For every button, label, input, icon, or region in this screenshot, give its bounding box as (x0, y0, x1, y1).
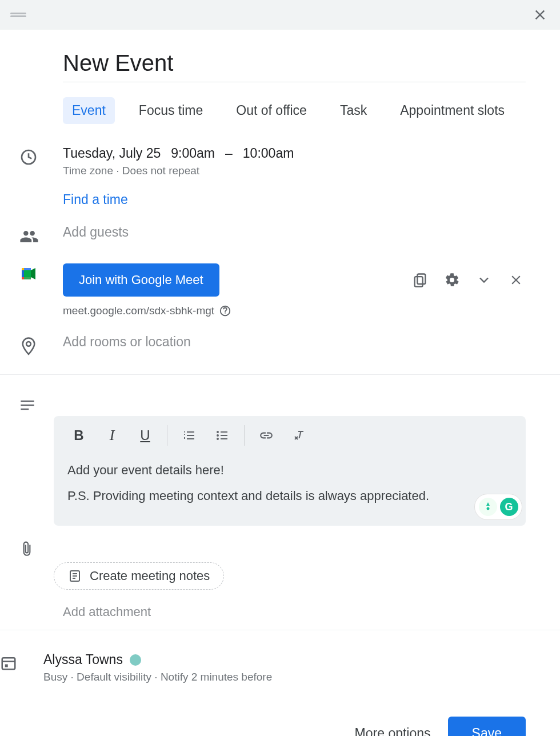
notification-link[interactable]: Notify 2 minutes before (161, 671, 272, 683)
svg-point-8 (217, 431, 219, 433)
svg-rect-16 (2, 658, 15, 669)
create-notes-label: Create meeting notes (90, 569, 210, 583)
save-button[interactable]: Save (448, 717, 526, 736)
time-separator: – (225, 146, 233, 161)
tab-out-of-office[interactable]: Out of office (227, 97, 316, 124)
svg-rect-18 (5, 665, 8, 667)
event-title-input[interactable]: New Event (19, 30, 526, 82)
date-text[interactable]: Tuesday, July 25 (63, 146, 161, 161)
tab-task[interactable]: Task (331, 97, 376, 124)
description-icon (19, 391, 54, 411)
svg-point-9 (217, 434, 219, 437)
end-time[interactable]: 10:00am (243, 146, 294, 161)
description-line2: P.S. Providing meeting context and detai… (67, 486, 512, 505)
notes-icon (68, 569, 82, 583)
tab-event[interactable]: Event (63, 97, 115, 124)
clear-formatting-button[interactable] (288, 424, 311, 447)
tab-appointment-slots[interactable]: Appointment slots (391, 97, 514, 124)
divider (0, 374, 560, 375)
add-guests-input[interactable]: Add guests (63, 225, 526, 240)
calendar-owner[interactable]: Alyssa Towns (43, 652, 123, 667)
svg-point-11 (486, 507, 489, 510)
settings-icon[interactable] (442, 270, 462, 290)
divider (0, 630, 560, 630)
grammarly-widget[interactable]: G (474, 494, 522, 520)
bulleted-list-button[interactable] (211, 424, 234, 447)
calendar-color-dot[interactable] (130, 654, 141, 666)
attachment-icon (19, 536, 54, 558)
description-textarea[interactable]: Add your event details here! P.S. Provid… (54, 455, 526, 526)
find-a-time-link[interactable]: Find a time (63, 192, 526, 207)
help-icon[interactable] (219, 305, 231, 317)
timezone-link[interactable]: Time zone (63, 165, 113, 177)
description-line1: Add your event details here! (67, 461, 512, 479)
svg-point-4 (26, 342, 31, 346)
copy-icon[interactable] (410, 270, 430, 290)
link-button[interactable] (255, 424, 278, 447)
numbered-list-button[interactable] (178, 424, 201, 447)
location-icon (19, 334, 63, 357)
repeat-link[interactable]: Does not repeat (122, 165, 199, 177)
tab-focus-time[interactable]: Focus time (130, 97, 212, 124)
calendar-icon (0, 652, 43, 671)
svg-rect-1 (417, 274, 425, 285)
visibility-link[interactable]: Default visibility (77, 671, 151, 683)
clock-icon (19, 146, 63, 166)
event-type-tabs: Event Focus time Out of office Task Appo… (19, 82, 526, 141)
bold-button[interactable]: B (67, 424, 90, 447)
guests-icon (19, 225, 63, 246)
start-time[interactable]: 9:00am (171, 146, 215, 161)
close-icon[interactable] (530, 5, 550, 25)
remove-meet-icon[interactable] (506, 270, 526, 290)
chevron-down-icon[interactable] (474, 270, 494, 290)
svg-point-10 (217, 438, 219, 440)
more-options-button[interactable]: More options (355, 726, 431, 736)
add-attachment-link[interactable]: Add attachment (63, 605, 526, 619)
availability-link[interactable]: Busy (43, 671, 67, 683)
join-google-meet-button[interactable]: Join with Google Meet (63, 263, 219, 297)
underline-button[interactable]: U (134, 424, 157, 447)
format-toolbar: B I U (54, 416, 526, 455)
drag-handle-icon[interactable] (10, 13, 26, 17)
svg-rect-2 (415, 277, 423, 287)
italic-button[interactable]: I (101, 424, 123, 447)
create-meeting-notes-button[interactable]: Create meeting notes (54, 562, 224, 590)
google-meet-icon (19, 263, 63, 282)
location-input[interactable]: Add rooms or location (63, 334, 526, 350)
description-box: B I U Add your event details here! P.S. … (54, 416, 526, 526)
meet-url-text[interactable]: meet.google.com/sdx-sbhk-mgt (63, 305, 214, 317)
